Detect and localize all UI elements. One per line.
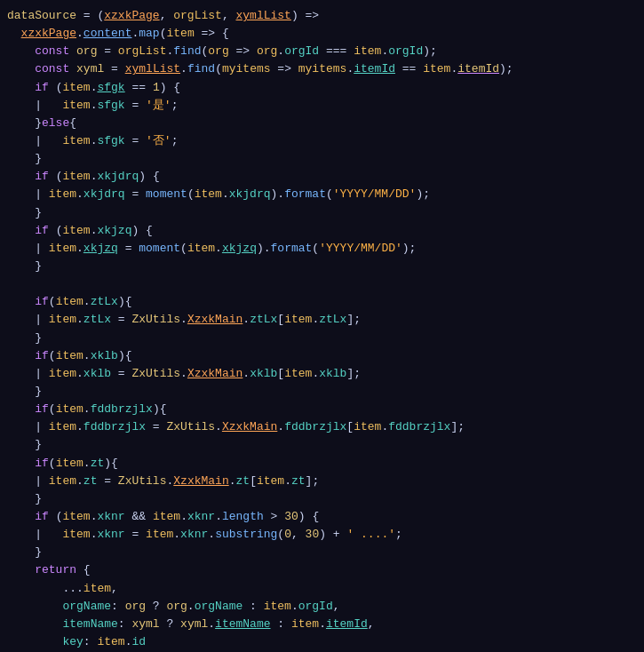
code-token: . — [76, 240, 83, 258]
code-token: . — [166, 43, 173, 60]
code-token: . — [208, 616, 215, 633]
code-token: ){ — [118, 347, 132, 365]
code-token: ( — [49, 222, 63, 240]
code-token: | — [7, 186, 49, 203]
code-token: ); — [423, 43, 437, 60]
code-token: ztLx — [250, 311, 277, 329]
code-token: substring — [215, 526, 277, 544]
code-token: = — [125, 526, 146, 544]
code-token: : — [111, 598, 125, 616]
code-token: . — [180, 311, 187, 329]
code-token: org — [166, 598, 187, 616]
code-line: if (item.xknr && item.xknr.length > 30) … — [0, 508, 644, 526]
code-token: ZxUtils — [118, 473, 167, 490]
code-token: === — [319, 43, 354, 60]
code-line: key: item.id — [0, 633, 644, 651]
code-token: item — [49, 418, 76, 436]
code-line: } — [0, 383, 644, 401]
code-token: . — [277, 418, 284, 436]
code-token: dataSource — [7, 7, 76, 25]
code-token: item — [187, 240, 215, 258]
code-line: if(item.fddbrzjlx){ — [0, 401, 644, 418]
code-token: 30 — [306, 526, 320, 544]
code-line: | item.xklb = ZxUtils.XzxkMain.xklb[item… — [0, 365, 644, 383]
code-token: ztLx — [91, 293, 118, 311]
code-token: item — [56, 293, 83, 311]
code-token: | — [7, 365, 49, 383]
code-token: xyml — [180, 616, 208, 633]
code-token: | — [7, 418, 49, 436]
code-line: } — [0, 436, 644, 454]
code-token: . — [277, 43, 284, 60]
code-token: , — [368, 616, 375, 633]
code-token — [7, 598, 62, 616]
code-line: itemName: xyml ? xyml.itemName : item.it… — [0, 616, 644, 633]
code-token: const — [35, 43, 69, 60]
code-token: [ — [277, 365, 284, 383]
code-line: } — [0, 544, 644, 561]
code-token: myitems — [222, 60, 271, 78]
code-token: xzxkPage — [104, 7, 159, 25]
code-line: } — [0, 330, 644, 347]
code-token — [7, 222, 35, 240]
code-token: item — [146, 526, 173, 544]
code-line: | item.xknr = item.xknr.substring(0, 30)… — [0, 526, 644, 544]
code-token: . — [173, 526, 180, 544]
code-token: item — [49, 311, 76, 329]
code-token: xkjzq — [83, 240, 118, 258]
code-token: = — [125, 97, 146, 115]
code-line: const org = orgList.find(org => org.orgI… — [0, 43, 644, 60]
code-token: . — [91, 168, 98, 186]
code-token: xknr — [97, 508, 124, 526]
code-line: if (item.xkjzq) { — [0, 222, 644, 240]
code-token: . — [208, 526, 215, 544]
code-token: item — [56, 455, 83, 473]
code-token: if — [35, 293, 49, 311]
code-token: = — [125, 186, 146, 203]
code-token: ) => — [291, 7, 319, 25]
code-token: . — [180, 365, 187, 383]
code-token: . — [229, 473, 236, 490]
code-token: ) { — [139, 168, 159, 186]
code-token: ' ....' — [346, 526, 395, 544]
code-token: > — [264, 508, 284, 526]
code-line: orgName: org ? org.orgName : item.orgId, — [0, 598, 644, 616]
code-token — [7, 25, 21, 43]
code-token: find — [173, 43, 201, 60]
code-token: item — [49, 365, 76, 383]
code-token: ); — [499, 60, 513, 78]
code-line: } — [0, 258, 644, 275]
code-token: { — [69, 115, 76, 132]
code-token: ( — [160, 25, 167, 43]
code-token: itemId — [354, 60, 395, 78]
code-token: const — [35, 60, 69, 78]
code-line: if (item.xkjdrq) { — [0, 168, 644, 186]
code-token: item — [97, 633, 124, 651]
code-token: xymlList — [235, 7, 290, 25]
code-token: item — [195, 186, 222, 203]
code-token: orgList — [173, 7, 222, 25]
code-token: ( — [49, 168, 63, 186]
code-token: = — [97, 43, 117, 60]
code-token — [7, 508, 35, 526]
code-token: | — [7, 97, 49, 115]
code-token: [ — [250, 473, 257, 490]
code-token — [7, 168, 35, 186]
code-token: => — [271, 60, 298, 78]
code-token: orgName — [195, 598, 243, 616]
code-token: . — [76, 365, 83, 383]
code-token: } — [7, 330, 42, 347]
code-token: = — [111, 365, 131, 383]
code-token: if — [35, 222, 49, 240]
code-token: XzxkMain — [173, 473, 228, 490]
code-token: ? — [146, 598, 166, 616]
code-token: , — [160, 7, 174, 25]
code-token: | — [7, 240, 49, 258]
code-token: ) { — [298, 508, 319, 526]
code-token — [7, 455, 35, 473]
code-line: | item.fddbrzjlx = ZxUtils.XzxkMain.fddb… — [0, 418, 644, 436]
code-token: item — [83, 580, 111, 598]
code-token: ... — [7, 580, 83, 598]
code-token: item — [49, 97, 91, 115]
code-token: item — [62, 222, 90, 240]
